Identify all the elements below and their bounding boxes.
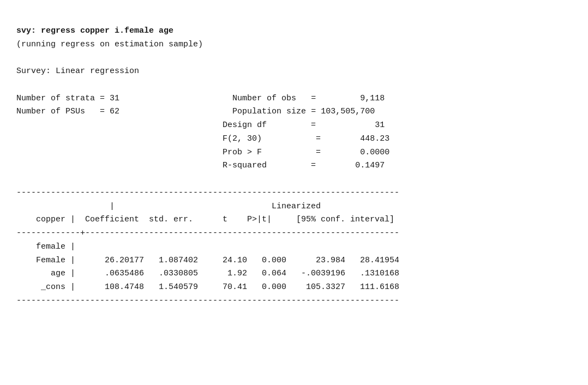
output-container: svy: regress copper i.female age (runnin… [16,11,572,308]
stats-right-prob-label: Prob > F [223,148,262,157]
stats-right-pop-eq: = [311,107,316,116]
stats-right-design-eq: = [311,121,316,130]
stats-right-design-val: 31 [375,121,385,130]
stats-right-obs-val: 9,118 [360,94,385,103]
stats-right-pop-label: Population size [232,107,306,116]
stats-right-obs-label: Number of obs [232,94,296,103]
survey-type-label: Survey: Linear regression [16,67,139,76]
command-line2: (running regress on estimation sample) [16,40,203,49]
command-line1: svy: regress copper i.female age [16,26,173,35]
stats-right-prob-eq: = [316,148,321,157]
stats-right-prob-val: 0.0000 [360,148,389,157]
stats-right-rsq-val: 0.1497 [355,161,385,170]
stats-right-f-label: F(2, 30) [223,134,262,143]
stats-right-pop-val: 103,505,700 [321,107,375,116]
stats-right-obs-eq: = [311,94,316,103]
stats-right-design-label: Design df [223,121,267,130]
table-header-cols: copper | Coefficient std. err. t P>|t| [… [16,215,394,224]
stats-right-rsq-label: R-squared [223,161,267,170]
stats-left-psus: Number of PSUs = 62 [16,107,119,116]
stats-left-strata: Number of strata = 31 [16,94,119,103]
stats-right-f-val: 448.23 [360,134,389,143]
stats-right-rsq-eq: = [311,161,316,170]
dash-line-top: ----------------------------------------… [16,188,399,197]
dash-line-header: -------------+--------------------------… [16,228,399,238]
table-header-mid: Linearized [159,202,321,211]
dash-line-bottom: ----------------------------------------… [16,296,399,305]
stats-right-f-eq: = [316,134,321,143]
